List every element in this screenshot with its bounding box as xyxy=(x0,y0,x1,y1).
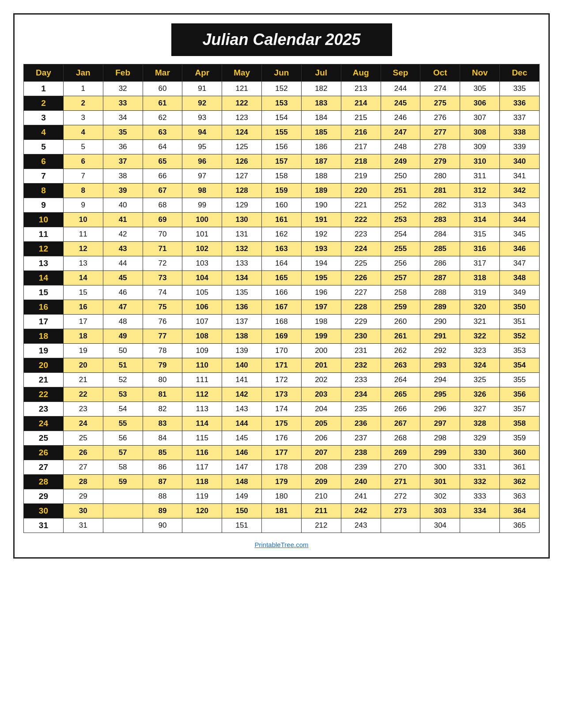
aug-cell: 229 xyxy=(341,315,381,329)
jun-cell: 154 xyxy=(262,111,302,125)
jan-cell: 18 xyxy=(63,329,103,344)
jun-cell: 160 xyxy=(262,198,302,213)
apr-cell: 93 xyxy=(182,111,222,125)
jul-cell: 198 xyxy=(301,315,341,329)
jul-cell: 182 xyxy=(301,82,341,96)
mar-cell: 69 xyxy=(143,213,182,227)
nov-cell: 309 xyxy=(460,140,500,154)
nov-cell: 332 xyxy=(460,475,500,489)
feb-cell: 37 xyxy=(103,154,143,169)
aug-cell: 222 xyxy=(341,213,381,227)
jul-cell: 195 xyxy=(301,271,341,285)
jan-cell: 24 xyxy=(63,417,103,431)
day-cell: 12 xyxy=(24,242,64,256)
table-row: 12124371102132163193224255285316346 xyxy=(24,242,540,256)
jan-cell: 5 xyxy=(63,140,103,154)
nov-cell: 308 xyxy=(460,125,500,140)
apr-cell: 111 xyxy=(182,373,222,387)
nov-cell: 319 xyxy=(460,285,500,300)
header-cell-aug: Aug xyxy=(341,64,381,82)
dec-cell: 349 xyxy=(500,285,540,300)
dec-cell: 346 xyxy=(500,242,540,256)
apr-cell: 107 xyxy=(182,315,222,329)
table-row: 15154674105135166196227258288319349 xyxy=(24,285,540,300)
apr-cell: 113 xyxy=(182,402,222,417)
apr-cell: 105 xyxy=(182,285,222,300)
mar-cell: 88 xyxy=(143,489,182,504)
jan-cell: 8 xyxy=(63,184,103,198)
jun-cell: 164 xyxy=(262,256,302,271)
dec-cell: 365 xyxy=(500,518,540,533)
apr-cell: 106 xyxy=(182,300,222,315)
aug-cell: 242 xyxy=(341,504,381,518)
day-cell: 31 xyxy=(24,518,64,533)
mar-cell: 84 xyxy=(143,431,182,446)
oct-cell: 299 xyxy=(420,446,460,460)
apr-cell xyxy=(182,518,222,533)
sep-cell: 265 xyxy=(381,387,420,402)
oct-cell: 297 xyxy=(420,417,460,431)
apr-cell: 99 xyxy=(182,198,222,213)
aug-cell: 243 xyxy=(341,518,381,533)
feb-cell xyxy=(103,518,143,533)
dec-cell: 361 xyxy=(500,460,540,475)
mar-cell: 72 xyxy=(143,256,182,271)
day-cell: 8 xyxy=(24,184,64,198)
oct-cell: 278 xyxy=(420,140,460,154)
jun-cell: 178 xyxy=(262,460,302,475)
header-cell-dec: Dec xyxy=(500,64,540,82)
day-cell: 24 xyxy=(24,417,64,431)
jul-cell: 206 xyxy=(301,431,341,446)
nov-cell: 325 xyxy=(460,373,500,387)
jun-cell: 168 xyxy=(262,315,302,329)
mar-cell: 82 xyxy=(143,402,182,417)
nov-cell: 334 xyxy=(460,504,500,518)
dec-cell: 335 xyxy=(500,82,540,96)
jul-cell: 188 xyxy=(301,169,341,184)
nov-cell: 315 xyxy=(460,227,500,242)
jan-cell: 15 xyxy=(63,285,103,300)
dec-cell: 345 xyxy=(500,227,540,242)
may-cell: 139 xyxy=(222,344,262,358)
jul-cell: 191 xyxy=(301,213,341,227)
table-header-row: DayJanFebMarAprMayJunJulAugSepOctNovDec xyxy=(24,64,540,82)
table-row: 16164775106136167197228259289320350 xyxy=(24,300,540,315)
day-cell: 14 xyxy=(24,271,64,285)
nov-cell: 317 xyxy=(460,256,500,271)
sep-cell: 252 xyxy=(381,198,420,213)
table-row: 13134472103133164194225256286317347 xyxy=(24,256,540,271)
dec-cell: 356 xyxy=(500,387,540,402)
footer-link[interactable]: PrintableTree.com xyxy=(23,541,540,548)
apr-cell: 110 xyxy=(182,358,222,373)
apr-cell: 101 xyxy=(182,227,222,242)
aug-cell: 214 xyxy=(341,96,381,111)
day-cell: 25 xyxy=(24,431,64,446)
sep-cell: 250 xyxy=(381,169,420,184)
dec-cell: 363 xyxy=(500,489,540,504)
apr-cell: 102 xyxy=(182,242,222,256)
may-cell: 130 xyxy=(222,213,262,227)
day-cell: 28 xyxy=(24,475,64,489)
apr-cell: 116 xyxy=(182,446,222,460)
jul-cell: 196 xyxy=(301,285,341,300)
sep-cell: 263 xyxy=(381,358,420,373)
jan-cell: 25 xyxy=(63,431,103,446)
feb-cell: 35 xyxy=(103,125,143,140)
sep-cell: 246 xyxy=(381,111,420,125)
aug-cell: 223 xyxy=(341,227,381,242)
day-cell: 7 xyxy=(24,169,64,184)
aug-cell: 238 xyxy=(341,446,381,460)
dec-cell: 348 xyxy=(500,271,540,285)
feb-cell xyxy=(103,504,143,518)
mar-cell: 70 xyxy=(143,227,182,242)
dec-cell: 358 xyxy=(500,417,540,431)
sep-cell: 248 xyxy=(381,140,420,154)
table-row: 10104169100130161191222253283314344 xyxy=(24,213,540,227)
apr-cell: 112 xyxy=(182,387,222,402)
jun-cell: 158 xyxy=(262,169,302,184)
jul-cell: 183 xyxy=(301,96,341,111)
aug-cell: 215 xyxy=(341,111,381,125)
sep-cell: 271 xyxy=(381,475,420,489)
dec-cell: 359 xyxy=(500,431,540,446)
apr-cell: 96 xyxy=(182,154,222,169)
